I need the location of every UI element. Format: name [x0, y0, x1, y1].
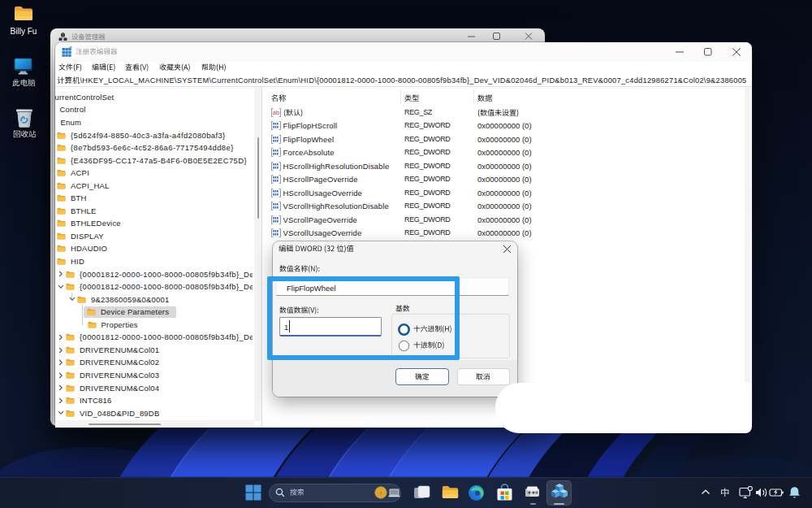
svg-text:ab: ab [273, 109, 279, 116]
